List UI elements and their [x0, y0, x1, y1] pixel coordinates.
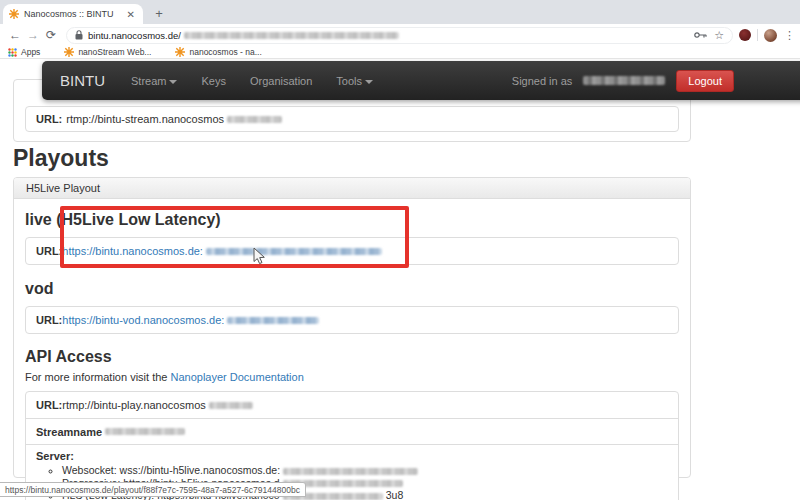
signed-in-label: Signed in as — [512, 75, 573, 87]
server-label: Server: — [36, 450, 74, 462]
brand-bintu[interactable]: BINTU — [54, 72, 119, 89]
profile-avatar[interactable] — [764, 29, 777, 42]
chevron-down-icon — [169, 80, 177, 84]
bookmark-nanocosmos[interactable]: nanocosmos - na... — [175, 47, 261, 57]
redacted-link — [227, 317, 319, 324]
bookmark-label: nanoStream Web... — [78, 47, 151, 57]
address-bar[interactable]: bintu.nanocosmos.de/ ☆ — [66, 27, 733, 44]
bookmark-star-icon[interactable]: ☆ — [714, 29, 724, 42]
extension-icon[interactable] — [739, 29, 751, 41]
tab-strip: Nanocosmos :: BINTU ✕ + — [0, 0, 800, 24]
h5live-playout-panel: H5Live Playout live (H5Live Low Latency)… — [13, 177, 691, 478]
bookmark-apps[interactable]: Apps — [8, 47, 40, 57]
forward-icon[interactable]: → — [24, 28, 42, 42]
reload-icon[interactable]: ⟳ — [42, 28, 60, 42]
nanocosmos-favicon-icon — [175, 47, 185, 57]
url-label: URL: — [36, 399, 62, 411]
apps-grid-icon — [8, 48, 17, 57]
nanocosmos-favicon-icon — [9, 9, 19, 19]
tab-title: Nanocosmos :: BINTU — [24, 9, 125, 19]
app-navbar: BINTU Stream Keys Organisation Tools Sig… — [42, 61, 800, 100]
vod-url-link[interactable]: https://bintu-vod.nanocosmos.de: — [62, 314, 224, 326]
nav-item-organisation[interactable]: Organisation — [238, 75, 324, 87]
page-title: Playouts — [13, 145, 691, 172]
bookmarks-bar: Apps nanoStream Web... nanocosmos - na..… — [0, 46, 800, 59]
chrome-menu-icon[interactable]: ⋮ — [784, 29, 794, 42]
redacted-text — [209, 402, 253, 409]
address-url-redacted — [184, 32, 399, 39]
bookmark-nanostream[interactable]: nanoStream Web... — [64, 47, 151, 57]
url-label: URL: — [36, 113, 62, 125]
logout-button[interactable]: Logout — [676, 70, 734, 92]
live-url-item: URL: https://bintu.nanocosmos.de: — [26, 238, 678, 264]
live-url-link[interactable]: https://bintu.nanocosmos.de: — [62, 245, 203, 257]
streamname-item: Streamname — [26, 418, 678, 444]
signed-in-user-redacted — [583, 76, 665, 85]
address-url: bintu.nanocosmos.de/ — [88, 30, 181, 41]
tab-close-icon[interactable]: ✕ — [125, 9, 137, 20]
server-websocket: Websocket: wss://bintu-h5live.nanocosmos… — [62, 464, 668, 477]
browser-tab[interactable]: Nanocosmos :: BINTU ✕ — [3, 4, 143, 24]
nav-item-tools[interactable]: Tools — [324, 75, 385, 87]
panel-heading: H5Live Playout — [14, 178, 690, 199]
redacted-link — [206, 248, 382, 255]
live-section-title: live (H5Live Low Latency) — [25, 211, 679, 229]
api-section-title: API Access — [25, 348, 679, 366]
api-url-item: URL: rtmp://bintu-play.nanocosmos — [26, 392, 678, 418]
vod-section-title: vod — [25, 280, 679, 298]
toolbar-divider — [757, 29, 758, 41]
lock-icon — [75, 30, 83, 40]
redacted-text — [227, 116, 282, 123]
nav-item-keys[interactable]: Keys — [189, 75, 237, 87]
status-url-tooltip: https://bintu.nanocosmos.de/playout/f88f… — [0, 482, 306, 497]
browser-chrome: Nanocosmos :: BINTU ✕ + ← → ⟳ bintu.nano… — [0, 0, 800, 59]
url-label: URL: — [36, 314, 62, 326]
redacted-text — [105, 428, 185, 435]
stream-url-value: rtmp://bintu-stream.nanocosmos — [66, 113, 224, 125]
api-url-value: rtmp://bintu-play.nanocosmos — [62, 399, 205, 411]
bookmark-label: nanocosmos - na... — [189, 47, 261, 57]
back-icon[interactable]: ← — [6, 28, 24, 42]
stream-url-item: URL: rtmp://bintu-stream.nanocosmos — [25, 106, 679, 132]
nanocosmos-favicon-icon — [64, 47, 74, 57]
api-info-text: For more information visit the Nanoplaye… — [25, 371, 679, 383]
bookmark-label: Apps — [21, 47, 40, 57]
streamname-label: Streamname — [36, 426, 102, 438]
new-tab-button[interactable]: + — [150, 5, 168, 23]
browser-toolbar: ← → ⟳ bintu.nanocosmos.de/ ☆ ⋮ — [0, 24, 800, 46]
nav-item-stream[interactable]: Stream — [119, 75, 189, 87]
web-page: BINTU Stream Keys Organisation Tools Sig… — [0, 59, 800, 500]
vod-url-item: URL: https://bintu-vod.nanocosmos.de: — [26, 307, 678, 333]
url-label: URL: — [36, 245, 62, 257]
nanoplayer-doc-link[interactable]: Nanoplayer Documentation — [171, 371, 304, 383]
key-icon[interactable] — [694, 31, 707, 39]
chevron-down-icon — [365, 80, 373, 84]
